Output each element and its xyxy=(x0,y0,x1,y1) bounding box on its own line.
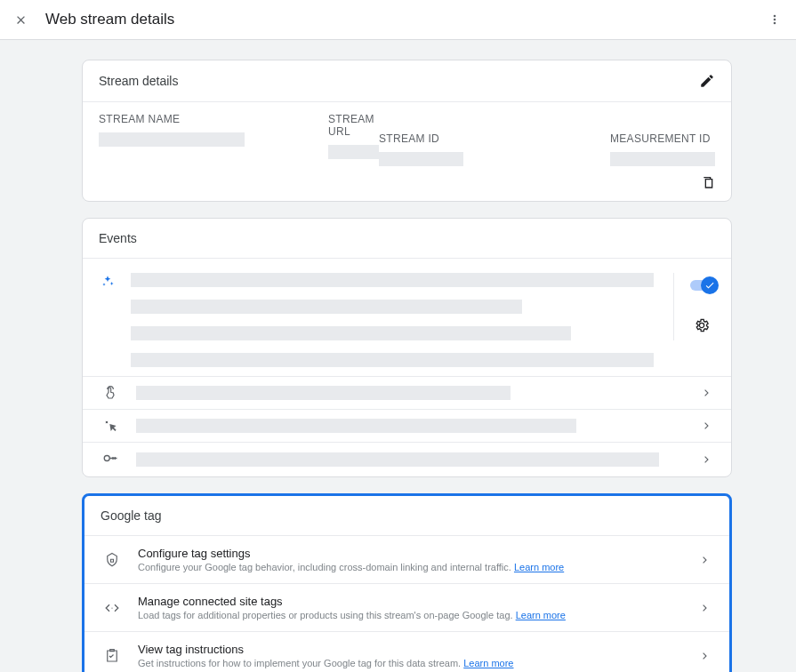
code-icon xyxy=(102,600,122,616)
cursor-click-icon xyxy=(101,419,120,433)
tag-row-configure[interactable]: Configure tag settings Configure your Go… xyxy=(84,536,729,583)
chevron-right-icon xyxy=(699,650,712,662)
skeleton xyxy=(131,353,654,367)
card-header: Events xyxy=(83,219,731,259)
learn-more-link[interactable]: Learn more xyxy=(516,610,566,620)
skeleton xyxy=(379,152,463,166)
tag-settings-icon xyxy=(102,552,122,568)
tag-title: Configure tag settings xyxy=(138,547,683,560)
skeleton xyxy=(131,273,654,287)
field-label: STREAM ID xyxy=(379,132,610,145)
event-row-enhanced xyxy=(83,259,731,377)
skeleton xyxy=(99,132,245,147)
tag-row-instructions[interactable]: View tag instructions Get instructions f… xyxy=(84,631,729,672)
learn-more-link[interactable]: Learn more xyxy=(514,562,564,572)
tag-title: Manage connected site tags xyxy=(138,595,683,608)
measurement-id-field: MEASUREMENT ID xyxy=(610,132,715,188)
sparkle-icon xyxy=(101,273,115,289)
learn-more-link[interactable]: Learn more xyxy=(463,658,513,668)
top-bar: Web stream details xyxy=(0,0,796,40)
skeleton xyxy=(136,386,511,400)
field-label: STREAM NAME xyxy=(99,113,328,125)
skeleton xyxy=(131,300,522,314)
chevron-right-icon xyxy=(701,420,713,432)
skeleton xyxy=(328,145,379,159)
event-row[interactable] xyxy=(83,443,731,476)
card-header: Google tag xyxy=(84,496,729,536)
chevron-right-icon xyxy=(699,554,712,566)
tag-row-connected[interactable]: Manage connected site tags Load tags for… xyxy=(84,583,729,631)
stream-url-field: STREAM URL xyxy=(328,113,379,188)
copy-icon[interactable] xyxy=(701,175,715,189)
more-vert-icon[interactable] xyxy=(768,12,782,27)
field-label: MEASUREMENT ID xyxy=(610,132,711,145)
instructions-icon xyxy=(102,648,122,664)
skeleton-group xyxy=(131,273,654,367)
chevron-right-icon xyxy=(701,387,713,399)
stream-name-field: STREAM NAME xyxy=(99,113,328,188)
event-row[interactable] xyxy=(83,410,731,443)
touch-icon xyxy=(101,386,120,400)
card-header: Stream details xyxy=(83,60,731,102)
tag-desc: Get instructions for how to implement yo… xyxy=(138,658,683,668)
card-title: Events xyxy=(99,231,137,245)
stream-details-card: Stream details STREAM NAME STREAM URL ST… xyxy=(82,60,732,202)
chevron-right-icon xyxy=(699,602,712,614)
toggle-switch[interactable] xyxy=(690,280,713,291)
page-title: Web stream details xyxy=(45,11,174,28)
stream-id-field: STREAM ID xyxy=(379,132,610,188)
card-title: Google tag xyxy=(101,508,162,523)
skeleton xyxy=(136,419,576,433)
skeleton xyxy=(136,452,659,467)
tag-title: View tag instructions xyxy=(138,643,683,656)
card-title: Stream details xyxy=(99,74,178,88)
key-icon xyxy=(101,452,120,468)
chevron-right-icon xyxy=(701,453,713,466)
events-card: Events xyxy=(82,218,732,477)
google-tag-card: Google tag Configure tag settings Config… xyxy=(82,493,732,672)
close-icon[interactable] xyxy=(14,13,28,27)
event-row[interactable] xyxy=(83,377,731,410)
tag-desc: Load tags for additional properties or p… xyxy=(138,610,683,620)
edit-icon[interactable] xyxy=(699,73,715,89)
tag-desc: Configure your Google tag behavior, incl… xyxy=(138,562,683,572)
gear-icon[interactable] xyxy=(694,317,710,333)
skeleton xyxy=(610,152,715,166)
skeleton xyxy=(131,326,571,340)
field-label: STREAM URL xyxy=(328,113,379,138)
